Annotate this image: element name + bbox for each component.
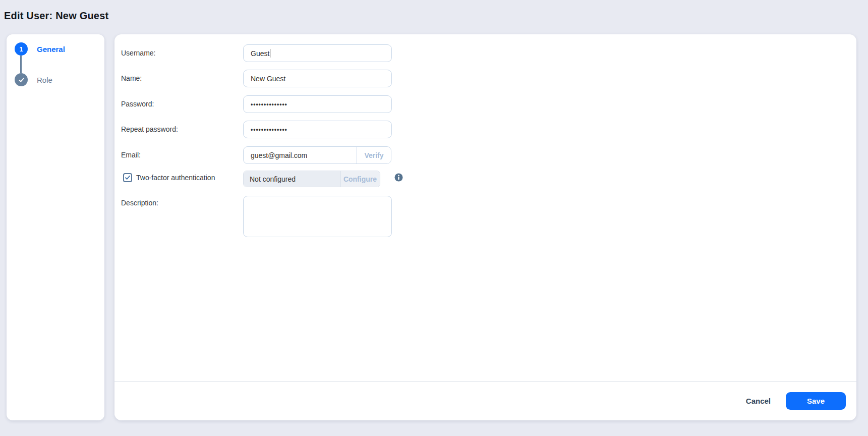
- username-input[interactable]: [243, 44, 392, 62]
- two-factor-status-text: Not configured: [250, 175, 296, 183]
- step-label-general: General: [37, 45, 65, 53]
- repeat-password-input[interactable]: [243, 121, 392, 138]
- repeat-password-label: Repeat password:: [121, 125, 178, 133]
- password-label: Password:: [121, 100, 154, 108]
- two-factor-status: Not configured: [244, 171, 340, 187]
- checkmark-icon: [125, 175, 131, 181]
- edit-user-form-card: Username: Name: Password: Repeat passwor…: [114, 34, 856, 420]
- step-number: 1: [19, 45, 23, 53]
- two-factor-label: Two-factor authentication: [136, 174, 215, 182]
- page-title: Edit User: New Guest: [4, 10, 108, 22]
- wizard-step-role[interactable]: Role: [7, 69, 104, 91]
- name-input[interactable]: [243, 70, 392, 87]
- email-field-group: Verify: [243, 146, 391, 164]
- text-cursor: [270, 49, 270, 58]
- save-button[interactable]: Save: [786, 392, 846, 410]
- name-label: Name:: [121, 74, 142, 82]
- edit-user-page: { "title": "Edit User: New Guest", "wiza…: [0, 0, 868, 436]
- two-factor-status-group: Not configured Configure: [243, 171, 380, 187]
- wizard-sidebar: 1 General Role: [7, 34, 104, 420]
- verify-button[interactable]: Verify: [357, 147, 391, 164]
- info-icon[interactable]: [394, 173, 403, 182]
- wizard-step-general[interactable]: 1 General: [7, 38, 104, 61]
- cancel-button[interactable]: Cancel: [743, 396, 774, 406]
- step-label-role: Role: [37, 76, 52, 84]
- form-footer: Cancel Save: [114, 381, 856, 420]
- email-label: Email:: [121, 151, 141, 159]
- two-factor-checkbox[interactable]: [123, 173, 132, 182]
- description-textarea[interactable]: [243, 196, 392, 237]
- description-label: Description:: [121, 199, 158, 207]
- check-icon: [15, 73, 28, 86]
- step-number-badge: 1: [15, 42, 28, 56]
- password-input[interactable]: [243, 95, 392, 113]
- username-label: Username:: [121, 49, 155, 57]
- configure-button[interactable]: Configure: [340, 171, 380, 187]
- email-input[interactable]: [244, 147, 357, 164]
